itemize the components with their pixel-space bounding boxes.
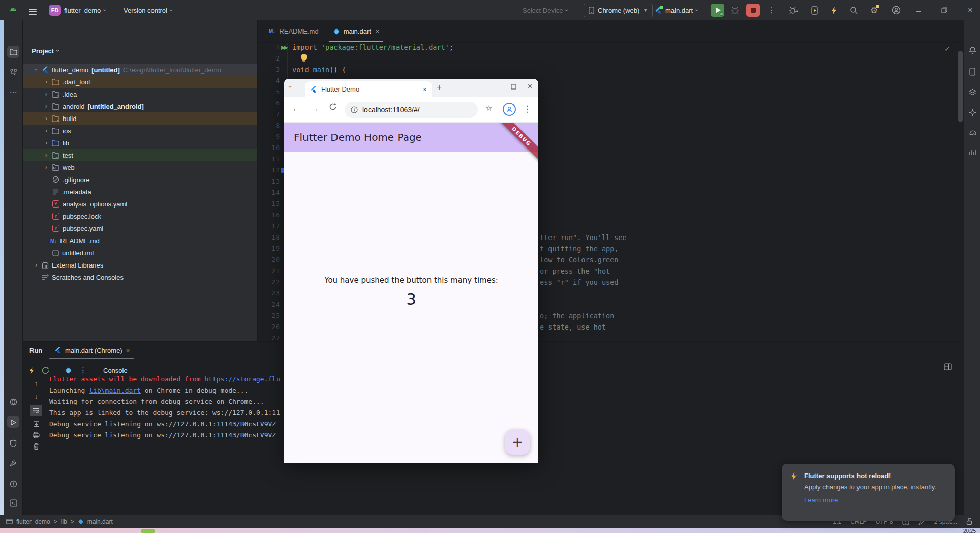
console-output[interactable]: Flutter assets will be downloaded from h… <box>49 374 280 441</box>
debug-button[interactable] <box>731 0 739 20</box>
project-panel-header[interactable]: Project › <box>32 45 59 57</box>
editor-tab-readme[interactable]: M↓ README.md <box>262 20 326 42</box>
services-toolwindow-button[interactable] <box>4 395 23 408</box>
settings-button[interactable]: ⚙ <box>870 0 878 20</box>
attach-debugger-button[interactable] <box>789 0 798 20</box>
tree-item-android[interactable]: › android [untitled_android] <box>23 100 258 112</box>
code-fragment-line-19[interactable]: t quitting the app, <box>540 243 618 254</box>
tree-root-flutter-demo[interactable]: › flutter_demo [untitled] C:\esign\flutt… <box>23 64 258 76</box>
layout-settings-icon[interactable] <box>944 363 952 370</box>
window-close-button[interactable]: × <box>528 82 532 91</box>
hot-restart-icon[interactable] <box>42 367 50 374</box>
build-toolwindow-button[interactable] <box>4 457 23 470</box>
run-button[interactable] <box>711 0 724 20</box>
tree-item-metadata[interactable]: .metadata <box>23 186 258 198</box>
tree-item-test[interactable]: › test <box>23 149 258 161</box>
tree-item-build[interactable]: › * build <box>23 112 258 125</box>
notifications-bell-icon[interactable] <box>964 44 980 57</box>
breadcrumb-file[interactable]: main.dart <box>87 518 113 525</box>
terminal-toolwindow-button[interactable] <box>4 496 23 510</box>
dart-dev-tools-icon[interactable] <box>65 367 72 374</box>
breadcrumb-project[interactable]: flutter_demo <box>16 518 50 525</box>
back-icon[interactable]: ← <box>292 104 301 114</box>
search-everywhere-button[interactable] <box>850 0 859 20</box>
down-stack-trace-icon[interactable]: ↓ <box>35 392 38 400</box>
code-fragment-line-20[interactable]: low to Colors.green <box>540 254 618 265</box>
code-line-3[interactable]: void main() { <box>292 64 346 75</box>
tree-item-ios[interactable]: › ios <box>23 125 258 137</box>
device-manager-toolwindow-button[interactable] <box>964 65 980 78</box>
scroll-to-end-icon[interactable] <box>33 421 40 427</box>
learn-more-link[interactable]: Learn more <box>804 496 838 504</box>
tree-item-lib[interactable]: › lib <box>23 137 258 149</box>
code-fragment-line-21[interactable]: or press the "hot <box>540 265 610 277</box>
window-maximize-button[interactable] <box>511 84 516 90</box>
tree-item-dart-tool[interactable]: › .dart_tool <box>23 76 258 88</box>
tree-item-scratches[interactable]: Scratches and Consoles <box>23 271 258 283</box>
vcs-widget[interactable]: Version control › <box>124 0 172 20</box>
new-tab-icon[interactable]: + <box>437 82 442 93</box>
breadcrumb-lib[interactable]: lib <box>61 518 67 525</box>
window-icon[interactable] <box>6 519 13 524</box>
device-placeholder[interactable]: Select Device › <box>523 0 568 20</box>
browser-menu-icon[interactable]: ⋮ <box>523 104 532 114</box>
console-link[interactable]: lib\main.dart <box>89 387 141 394</box>
increment-fab[interactable]: + <box>505 429 530 455</box>
tree-item-idea[interactable]: › * .idea <box>23 88 258 100</box>
hot-reload-button[interactable] <box>831 0 837 20</box>
run-main-gutter-icon[interactable]: ▶▶ <box>281 44 287 51</box>
project-widget[interactable]: FD flutter_demo › <box>49 0 106 20</box>
insights-toolwindow-button[interactable] <box>964 145 980 159</box>
window-close-button[interactable]: × <box>968 0 973 20</box>
editor-scrollbar[interactable] <box>958 51 963 122</box>
address-bar[interactable]: localhost:11063/#/ <box>345 102 478 118</box>
stop-button[interactable] <box>746 0 760 20</box>
more-toolwindows-button[interactable]: ⋯ <box>4 85 23 99</box>
profile-avatar[interactable] <box>503 103 516 116</box>
problems-toolwindow-button[interactable] <box>4 477 23 490</box>
up-stack-trace-icon[interactable]: ↑ <box>35 379 38 388</box>
tree-item-external-libraries[interactable]: › External Libraries <box>23 259 258 271</box>
editor-tab-main-dart[interactable]: main.dart × <box>326 20 387 42</box>
intention-bulb-icon[interactable] <box>301 54 307 60</box>
bookmark-star-icon[interactable]: ☆ <box>485 104 492 113</box>
browser-tab[interactable]: Flutter Demo × <box>305 81 432 97</box>
window-minimize-button[interactable]: — <box>493 82 500 91</box>
tree-item-web[interactable]: › web <box>23 161 258 173</box>
gradle-toolwindow-button[interactable] <box>964 126 980 139</box>
run-toolwindow-button[interactable] <box>4 416 23 429</box>
tree-item-gitignore[interactable]: .gitignore <box>23 173 258 186</box>
site-info-icon[interactable] <box>351 106 358 113</box>
code-fragment-line-22[interactable]: ess "r" if you used <box>540 277 618 288</box>
account-button[interactable] <box>892 0 901 20</box>
tree-item-readme[interactable]: M↓ README.md <box>23 234 258 247</box>
code-fragment-line-18[interactable]: tter run". You'll see <box>540 232 627 243</box>
more-run-actions-button[interactable]: ⋮ <box>768 0 775 20</box>
close-tab-icon[interactable]: × <box>126 347 130 354</box>
code-line-1[interactable]: import 'package:flutter/material.dart'; <box>292 42 453 53</box>
run-session-tab[interactable]: main.dart (Chrome) × <box>54 343 130 358</box>
tree-item-pubspec-lock[interactable]: Y pubspec.lock <box>23 210 258 222</box>
window-maximize-button[interactable] <box>941 0 947 20</box>
code-fragment-line-25[interactable]: o; the application <box>540 310 614 321</box>
tree-item-pubspec-yaml[interactable]: Y pubspec.yaml <box>23 222 258 234</box>
clear-console-icon[interactable] <box>33 443 39 450</box>
tree-item-analysis-options[interactable]: Y analysis_options.yaml <box>23 198 258 210</box>
hot-reload-icon[interactable] <box>29 367 35 374</box>
ai-assistant-toolwindow-button[interactable] <box>964 106 980 119</box>
hot-restart-button[interactable] <box>811 0 818 20</box>
main-menu-button[interactable] <box>29 0 37 20</box>
reload-icon[interactable] <box>329 103 337 111</box>
inspections-ok-icon[interactable]: ✓ <box>944 45 951 53</box>
layers-toolwindow-button[interactable] <box>964 85 980 99</box>
run-config-selector[interactable]: main.dart › <box>655 0 698 20</box>
structure-toolwindow-button[interactable] <box>4 65 23 78</box>
project-toolwindow-button[interactable] <box>7 46 19 58</box>
device-selector[interactable]: Chrome (web) ▼ <box>584 0 653 20</box>
console-link[interactable]: https://storage.flu <box>204 375 280 383</box>
tree-item-untitled-iml[interactable]: untitled.iml <box>23 247 258 259</box>
debug-toolwindow-button[interactable] <box>4 436 23 450</box>
unlocked-icon[interactable] <box>966 518 973 525</box>
console-tab[interactable]: Console <box>103 367 128 374</box>
forward-icon[interactable]: → <box>311 104 319 114</box>
